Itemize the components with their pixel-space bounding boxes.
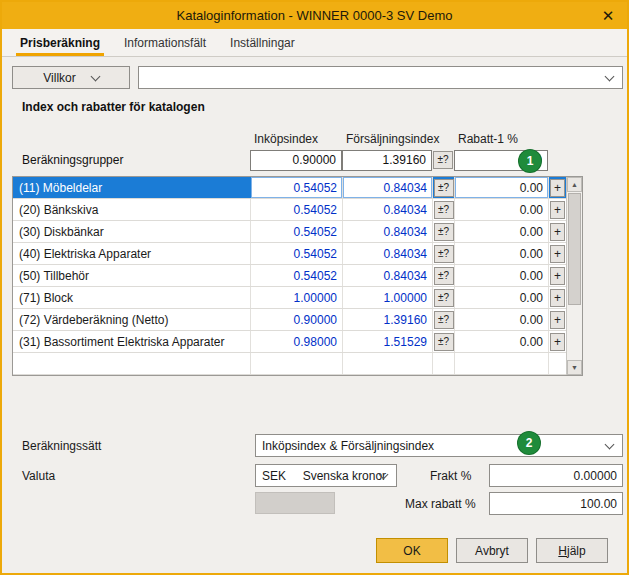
dialog-kataloginformation: Kataloginformation - WINNER 0000-3 SV De… bbox=[0, 0, 629, 575]
group-name-cell[interactable]: (72) Värdeberäkning (Netto) bbox=[13, 309, 251, 330]
inkopsindex-cell[interactable]: 1.00000 bbox=[251, 287, 343, 308]
column-header-forsaljningsindex: Försäljningsindex bbox=[346, 132, 439, 146]
group-name-cell[interactable]: (50) Tillbehör bbox=[13, 265, 251, 286]
vertical-scrollbar[interactable]: ▲ ▼ bbox=[566, 177, 582, 375]
calculation-groups-row: Beräkningsgrupper 0.90000 1.39160 ±? 0.0… bbox=[12, 148, 565, 172]
rabatt-cell[interactable]: 0.00 bbox=[455, 287, 549, 308]
pm-cell: ±? bbox=[433, 331, 455, 352]
inkopsindex-cell[interactable]: 0.98000 bbox=[251, 331, 343, 352]
add-button[interactable]: + bbox=[550, 245, 565, 263]
help-button[interactable]: Hjälp bbox=[536, 538, 608, 563]
table-row-empty[interactable] bbox=[13, 353, 566, 375]
group-name-cell[interactable]: (71) Block bbox=[13, 287, 251, 308]
chevron-down-icon bbox=[605, 72, 615, 82]
add-button[interactable]: + bbox=[550, 223, 565, 241]
plusminus-button[interactable]: ±? bbox=[433, 151, 453, 169]
rabatt-cell[interactable]: 0.00 bbox=[455, 331, 549, 352]
table-row[interactable]: (72) Värdeberäkning (Netto) 0.90000 1.39… bbox=[13, 309, 566, 331]
table-row[interactable]: (11) Möbeldelar 0.54052 0.84034 ±? 0.00 … bbox=[13, 177, 566, 199]
plusminus-button[interactable]: ±? bbox=[434, 311, 454, 329]
forsaljningsindex-cell[interactable]: 0.84034 bbox=[343, 243, 433, 264]
plusminus-button[interactable]: ±? bbox=[434, 223, 454, 241]
forsaljningsindex-cell[interactable]: 1.51529 bbox=[343, 331, 433, 352]
plusminus-button[interactable]: ±? bbox=[434, 201, 454, 219]
add-button[interactable]: + bbox=[550, 179, 565, 197]
forsaljningsindex-cell[interactable]: 0.84034 bbox=[343, 265, 433, 286]
forsaljningsindex-cell[interactable]: 1.00000 bbox=[343, 287, 433, 308]
forsaljningsindex-cell[interactable]: 0.84034 bbox=[343, 177, 433, 198]
inkopsindex-cell[interactable]: 0.54052 bbox=[251, 221, 343, 242]
forsaljningsindex-cell[interactable]: 1.39160 bbox=[343, 309, 433, 330]
add-button[interactable]: + bbox=[550, 267, 565, 285]
rabatt-cell[interactable]: 0.00 bbox=[455, 265, 549, 286]
rabatt-cell[interactable]: 0.00 bbox=[455, 221, 549, 242]
inkopsindex-cell[interactable]: 0.54052 bbox=[251, 265, 343, 286]
index-table: (11) Möbeldelar 0.54052 0.84034 ±? 0.00 … bbox=[12, 176, 583, 376]
scroll-down-icon[interactable]: ▼ bbox=[567, 360, 582, 375]
rabatt-cell bbox=[455, 353, 549, 374]
villkor-label: Villkor bbox=[43, 71, 75, 85]
add-button[interactable]: + bbox=[550, 311, 565, 329]
table-row[interactable]: (20) Bänkskiva 0.54052 0.84034 ±? 0.00 + bbox=[13, 199, 566, 221]
pm-cell: ±? bbox=[432, 148, 454, 172]
pm-cell: ±? bbox=[433, 177, 455, 198]
plusminus-button[interactable]: ±? bbox=[434, 179, 454, 197]
plusminus-button[interactable]: ±? bbox=[434, 245, 454, 263]
rabatt-cell[interactable]: 0.00 bbox=[455, 177, 549, 198]
tab-bar: Prisberäkning Informationsfält Inställni… bbox=[2, 29, 627, 57]
add-button[interactable]: + bbox=[550, 201, 565, 219]
inkopsindex-cell[interactable]: 0.90000 bbox=[251, 309, 343, 330]
pm-cell bbox=[433, 353, 455, 374]
table-row[interactable]: (40) Elektriska Apparater 0.54052 0.8403… bbox=[13, 243, 566, 265]
table-row[interactable]: (50) Tillbehör 0.54052 0.84034 ±? 0.00 + bbox=[13, 265, 566, 287]
chevron-down-icon bbox=[605, 440, 615, 450]
group-name-cell[interactable]: (11) Möbeldelar bbox=[13, 177, 251, 198]
inkopsindex-cell[interactable]: 0.54052 bbox=[251, 177, 343, 198]
group-forsaljningsindex-field[interactable]: 1.39160 bbox=[342, 150, 432, 171]
forsaljningsindex-cell[interactable]: 0.84034 bbox=[343, 221, 433, 242]
add-button[interactable]: + bbox=[550, 289, 565, 307]
group-inkopsindex-field[interactable]: 0.90000 bbox=[250, 150, 342, 171]
max-rabatt-input[interactable]: 100.00 bbox=[489, 492, 623, 515]
inkopsindex-cell[interactable]: 0.54052 bbox=[251, 199, 343, 220]
rabatt-cell[interactable]: 0.00 bbox=[455, 309, 549, 330]
add-button[interactable]: + bbox=[550, 333, 565, 351]
ok-button[interactable]: OK bbox=[376, 538, 448, 563]
help-accelerator: H bbox=[558, 544, 567, 558]
table-row[interactable]: (31) Bassortiment Elektriska Apparater 0… bbox=[13, 331, 566, 353]
filter-combobox[interactable] bbox=[138, 66, 623, 89]
valuta-dropdown[interactable]: SEK Svenska kronor bbox=[255, 464, 397, 487]
tab-informationsfalt[interactable]: Informationsfält bbox=[112, 29, 218, 56]
table-row[interactable]: (71) Block 1.00000 1.00000 ±? 0.00 + bbox=[13, 287, 566, 309]
scrollbar-thumb[interactable] bbox=[568, 193, 581, 305]
tab-prisberakning[interactable]: Prisberäkning bbox=[8, 29, 112, 56]
plus-cell bbox=[549, 353, 566, 374]
frakt-input[interactable]: 0.00000 bbox=[489, 464, 623, 487]
close-button[interactable]: ✕ bbox=[597, 2, 619, 29]
cancel-button[interactable]: Avbryt bbox=[456, 538, 528, 563]
pm-cell: ±? bbox=[433, 287, 455, 308]
berakningssatt-dropdown[interactable]: Inköpsindex & Försäljningsindex bbox=[255, 434, 623, 457]
plusminus-button[interactable]: ±? bbox=[434, 267, 454, 285]
table-row[interactable]: (30) Diskbänkar 0.54052 0.84034 ±? 0.00 … bbox=[13, 221, 566, 243]
group-row-label: Beräkningsgrupper bbox=[12, 153, 250, 167]
group-name-cell[interactable]: (20) Bänkskiva bbox=[13, 199, 251, 220]
group-name-cell[interactable]: (31) Bassortiment Elektriska Apparater bbox=[13, 331, 251, 352]
berakningssatt-label: Beräkningssätt bbox=[22, 439, 101, 453]
plus-cell: + bbox=[549, 331, 566, 352]
plus-cell: + bbox=[549, 199, 566, 220]
villkor-dropdown[interactable]: Villkor bbox=[12, 66, 130, 89]
inkopsindex-cell bbox=[251, 353, 343, 374]
rabatt-cell[interactable]: 0.00 bbox=[455, 243, 549, 264]
plus-cell: + bbox=[549, 265, 566, 286]
forsaljningsindex-cell[interactable]: 0.84034 bbox=[343, 199, 433, 220]
group-name-cell[interactable]: (30) Diskbänkar bbox=[13, 221, 251, 242]
scroll-up-icon[interactable]: ▲ bbox=[567, 177, 582, 192]
rabatt-cell[interactable]: 0.00 bbox=[455, 199, 549, 220]
group-name-cell[interactable]: (40) Elektriska Apparater bbox=[13, 243, 251, 264]
plusminus-button[interactable]: ±? bbox=[434, 289, 454, 307]
tab-installningar[interactable]: Inställningar bbox=[218, 29, 307, 56]
plus-cell: + bbox=[549, 243, 566, 264]
plusminus-button[interactable]: ±? bbox=[434, 333, 454, 351]
inkopsindex-cell[interactable]: 0.54052 bbox=[251, 243, 343, 264]
